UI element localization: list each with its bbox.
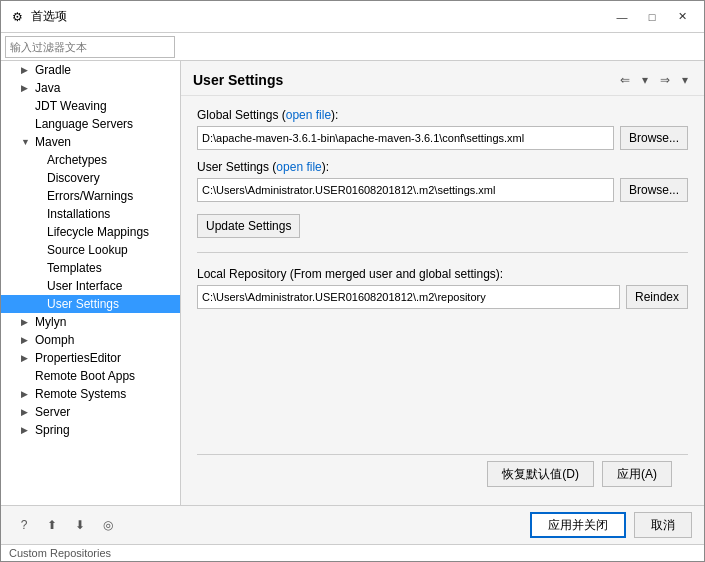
tree-item-source-lookup[interactable]: Source Lookup: [1, 241, 180, 259]
tree-item-remote-systems[interactable]: ▶ Remote Systems: [1, 385, 180, 403]
no-arrow-icon: [33, 209, 45, 219]
window-controls: — □ ✕: [608, 5, 696, 29]
window-icon: ⚙: [9, 9, 25, 25]
update-settings-button[interactable]: Update Settings: [197, 214, 300, 238]
tree-item-spring[interactable]: ▶ Spring: [1, 421, 180, 439]
chevron-right-icon: ▶: [21, 65, 33, 75]
tree-item-java[interactable]: ▶ Java: [1, 79, 180, 97]
restore-defaults-button[interactable]: 恢复默认值(D): [487, 461, 594, 487]
tree-item-user-settings[interactable]: User Settings: [1, 295, 180, 313]
tree-label-spring: Spring: [35, 423, 70, 437]
close-button[interactable]: ✕: [668, 5, 696, 29]
tree-item-user-interface[interactable]: User Interface: [1, 277, 180, 295]
no-arrow-icon: [33, 155, 45, 165]
chevron-right-icon: ▶: [21, 389, 33, 399]
no-arrow-icon: [33, 227, 45, 237]
chevron-down-icon: ▾: [682, 73, 688, 87]
main-content: ▶ Gradle ▶ Java JDT Weaving Language Ser…: [1, 61, 704, 505]
user-settings-link[interactable]: open file: [276, 160, 321, 174]
tree-label-remote-boot-apps: Remote Boot Apps: [35, 369, 135, 383]
tree-item-gradle[interactable]: ▶ Gradle: [1, 61, 180, 79]
tree-label-remote-systems: Remote Systems: [35, 387, 126, 401]
status-text: Custom Repositories: [9, 547, 111, 559]
tree-label-errors-warnings: Errors/Warnings: [47, 189, 133, 203]
window-bottom-bar: ? ⬆ ⬇ ◎ 应用并关闭 取消: [1, 505, 704, 544]
tree-item-lifecycle-mappings[interactable]: Lifecycle Mappings: [1, 223, 180, 241]
back-dropdown-button[interactable]: ▾: [638, 69, 652, 91]
tree-label-oomph: Oomph: [35, 333, 74, 347]
global-settings-section: Global Settings (open file): Browse...: [197, 108, 688, 150]
tree-item-templates[interactable]: Templates: [1, 259, 180, 277]
bottom-left-icons: ? ⬆ ⬇ ◎: [13, 514, 119, 536]
tree-item-properties-editor[interactable]: ▶ PropertiesEditor: [1, 349, 180, 367]
apply-button[interactable]: 应用(A): [602, 461, 672, 487]
global-settings-link[interactable]: open file: [286, 108, 331, 122]
status-bar: Custom Repositories: [1, 544, 704, 561]
tree-item-jdt-weaving[interactable]: JDT Weaving: [1, 97, 180, 115]
config-button[interactable]: ◎: [97, 514, 119, 536]
no-arrow-icon: [21, 371, 33, 381]
tree-item-maven[interactable]: ▼ Maven: [1, 133, 180, 151]
tree-item-server[interactable]: ▶ Server: [1, 403, 180, 421]
forward-dropdown-button[interactable]: ▾: [678, 69, 692, 91]
global-browse-button[interactable]: Browse...: [620, 126, 688, 150]
no-arrow-icon: [21, 119, 33, 129]
import-icon: ⬇: [75, 518, 85, 532]
export-button[interactable]: ⬆: [41, 514, 63, 536]
tree-label-language-servers: Language Servers: [35, 117, 133, 131]
user-browse-button[interactable]: Browse...: [620, 178, 688, 202]
chevron-right-icon: ▶: [21, 317, 33, 327]
user-settings-path-input[interactable]: [197, 178, 614, 202]
no-arrow-icon: [33, 173, 45, 183]
bottom-actions: 应用并关闭 取消: [530, 512, 692, 538]
forward-button[interactable]: ⇒: [654, 69, 676, 91]
chevron-right-icon: ▶: [21, 335, 33, 345]
no-arrow-icon: [21, 101, 33, 111]
global-settings-path-input[interactable]: [197, 126, 614, 150]
export-icon: ⬆: [47, 518, 57, 532]
tree-label-user-interface: User Interface: [47, 279, 122, 293]
tree-label-installations: Installations: [47, 207, 110, 221]
right-header: User Settings ⇐ ▾ ⇒ ▾: [181, 61, 704, 96]
reindex-button[interactable]: Reindex: [626, 285, 688, 309]
help-button[interactable]: ?: [13, 514, 35, 536]
spacer: [197, 319, 688, 444]
maximize-button[interactable]: □: [638, 5, 666, 29]
tree-panel: ▶ Gradle ▶ Java JDT Weaving Language Ser…: [1, 61, 181, 505]
filter-input[interactable]: [5, 36, 175, 58]
tree-item-mylyn[interactable]: ▶ Mylyn: [1, 313, 180, 331]
local-repo-row: Reindex: [197, 285, 688, 309]
tree-label-java: Java: [35, 81, 60, 95]
local-repo-path-input[interactable]: [197, 285, 620, 309]
tree-label-source-lookup: Source Lookup: [47, 243, 128, 257]
tree-item-archetypes[interactable]: Archetypes: [1, 151, 180, 169]
tree-label-jdt-weaving: JDT Weaving: [35, 99, 107, 113]
tree-label-gradle: Gradle: [35, 63, 71, 77]
minimize-button[interactable]: —: [608, 5, 636, 29]
cancel-button[interactable]: 取消: [634, 512, 692, 538]
tree-item-errors-warnings[interactable]: Errors/Warnings: [1, 187, 180, 205]
title-bar: ⚙ 首选项 — □ ✕: [1, 1, 704, 33]
tree-item-discovery[interactable]: Discovery: [1, 169, 180, 187]
import-button[interactable]: ⬇: [69, 514, 91, 536]
right-panel: User Settings ⇐ ▾ ⇒ ▾: [181, 61, 704, 505]
config-icon: ◎: [103, 518, 113, 532]
apply-close-button[interactable]: 应用并关闭: [530, 512, 626, 538]
tree-item-language-servers[interactable]: Language Servers: [1, 115, 180, 133]
header-icons: ⇐ ▾ ⇒ ▾: [614, 69, 692, 91]
local-repo-section: Local Repository (From merged user and g…: [197, 267, 688, 309]
tree-item-remote-boot-apps[interactable]: Remote Boot Apps: [1, 367, 180, 385]
tree-label-archetypes: Archetypes: [47, 153, 107, 167]
tree-label-discovery: Discovery: [47, 171, 100, 185]
no-arrow-icon: [33, 263, 45, 273]
tree-label-templates: Templates: [47, 261, 102, 275]
tree-label-mylyn: Mylyn: [35, 315, 66, 329]
forward-icon: ⇒: [660, 73, 670, 87]
preferences-window: ⚙ 首选项 — □ ✕ ▶ Gradle ▶ Java JDT Weaving: [0, 0, 705, 562]
tree-item-installations[interactable]: Installations: [1, 205, 180, 223]
back-button[interactable]: ⇐: [614, 69, 636, 91]
page-title: User Settings: [193, 72, 283, 88]
filter-toolbar: [1, 33, 704, 61]
tree-item-oomph[interactable]: ▶ Oomph: [1, 331, 180, 349]
local-repo-label: Local Repository (From merged user and g…: [197, 267, 688, 281]
